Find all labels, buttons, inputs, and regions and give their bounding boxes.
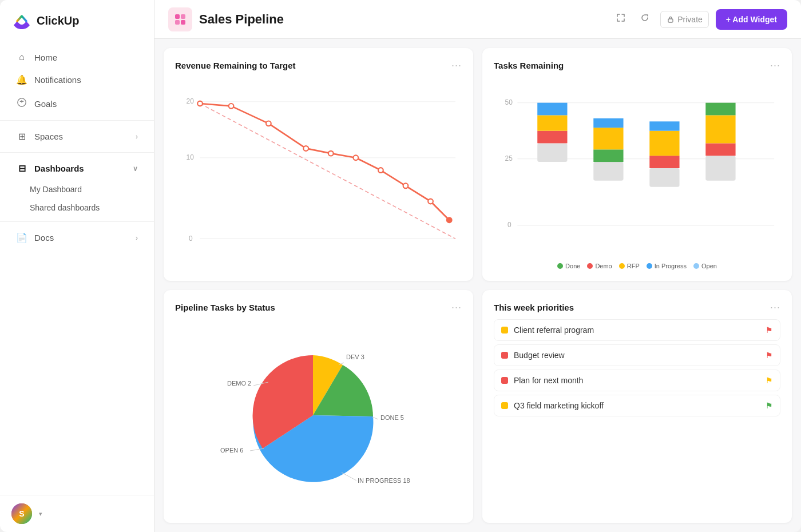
sidebar-item-label: Home: [34, 53, 57, 62]
private-label: Private: [677, 15, 703, 24]
widget-title: This week priorities: [494, 303, 574, 312]
priority-flag-icon: ⚑: [766, 351, 773, 360]
svg-point-22: [403, 183, 409, 188]
priority-dot: [501, 402, 508, 409]
svg-text:50: 50: [505, 98, 513, 106]
header-actions: Private + Add Widget: [612, 9, 787, 30]
rfp-dot: [619, 263, 625, 269]
sidebar-item-label: Docs: [34, 233, 54, 243]
sidebar-item-docs[interactable]: 📄 Docs ›: [5, 227, 149, 249]
sidebar-item-goals[interactable]: Goals: [5, 92, 149, 116]
open-dot: [693, 263, 699, 269]
pie-chart-container: DEV 3 DONE 5 IN PROGRESS 18 OPEN 6 DEMO …: [175, 319, 462, 511]
svg-rect-40: [649, 156, 679, 168]
add-widget-button[interactable]: + Add Widget: [716, 9, 787, 30]
sidebar-item-label: Spaces: [34, 132, 63, 141]
widget-menu-button[interactable]: ···: [770, 59, 780, 72]
svg-point-16: [229, 104, 234, 109]
sidebar-item-home[interactable]: ⌂ Home: [5, 46, 149, 68]
priority-flag-icon: ⚑: [766, 401, 773, 410]
svg-text:20: 20: [187, 97, 195, 105]
in-progress-label: IN PROGRESS 18: [358, 477, 410, 484]
sidebar-item-label: Goals: [34, 99, 57, 109]
done-label: DONE 5: [380, 414, 404, 421]
priority-item[interactable]: Budget review ⚑: [494, 344, 780, 366]
legend-rfp: RFP: [619, 263, 640, 269]
widget-pipeline-tasks: Pipeline Tasks by Status ···: [164, 290, 473, 523]
sidebar: ClickUp ⌂ Home 🔔 Notifications Goals ⊞ S…: [0, 0, 154, 532]
priority-item[interactable]: Client referral program ⚑: [494, 319, 780, 341]
bar-chart-area: 50 25 0: [494, 77, 780, 269]
revenue-line-chart: 20 10 0: [175, 77, 462, 269]
svg-line-49: [342, 473, 356, 481]
svg-rect-6: [181, 20, 185, 25]
svg-rect-42: [649, 121, 679, 130]
dashboard-grid-icon: [174, 13, 187, 26]
done-dot: [557, 263, 563, 269]
svg-rect-46: [705, 103, 735, 116]
legend-in-progress: In Progress: [647, 263, 687, 269]
svg-rect-35: [593, 162, 623, 181]
widget-menu-button[interactable]: ···: [770, 301, 780, 313]
svg-point-15: [197, 101, 203, 106]
revenue-chart-container: 20 10 0: [175, 77, 462, 269]
widget-header: This week priorities ···: [494, 301, 780, 313]
chevron-down-icon: ∨: [133, 165, 138, 173]
refresh-button[interactable]: [636, 9, 653, 29]
svg-line-48: [372, 417, 378, 419]
priority-item[interactable]: Plan for next month ⚑: [494, 370, 780, 391]
priority-item[interactable]: Q3 field marketing kickoff ⚑: [494, 395, 780, 416]
priority-label: Client referral program: [514, 325, 760, 335]
sidebar-item-notifications[interactable]: 🔔 Notifications: [5, 69, 149, 91]
svg-rect-34: [537, 103, 567, 116]
widget-header: Revenue Remaining to Target ···: [175, 59, 462, 72]
priority-label: Plan for next month: [514, 376, 760, 385]
bell-icon: 🔔: [16, 74, 27, 85]
svg-point-17: [266, 121, 271, 126]
page-header: Sales Pipeline Private + Add Widget: [154, 0, 801, 39]
svg-rect-44: [705, 143, 735, 156]
sidebar-item-label: Dashboards: [34, 164, 84, 173]
chevron-right-icon: ›: [136, 234, 138, 242]
svg-text:25: 25: [505, 154, 513, 162]
sidebar-item-shared-dashboards[interactable]: Shared dashboards: [0, 198, 154, 217]
svg-rect-43: [705, 156, 735, 181]
priority-list: Client referral program ⚑ Budget review …: [494, 319, 780, 511]
page-title: Sales Pipeline: [199, 12, 605, 27]
svg-rect-33: [537, 115, 567, 130]
widget-menu-button[interactable]: ···: [451, 59, 462, 72]
svg-rect-39: [649, 168, 679, 187]
private-badge[interactable]: Private: [660, 11, 709, 28]
svg-rect-45: [705, 115, 735, 143]
expand-button[interactable]: [612, 9, 629, 29]
legend-label: In Progress: [655, 263, 687, 269]
spaces-icon: ⊞: [16, 131, 27, 142]
chevron-right-icon: ›: [136, 133, 138, 141]
sidebar-navigation: ⌂ Home 🔔 Notifications Goals ⊞ Spaces › …: [0, 41, 154, 495]
svg-rect-32: [537, 131, 567, 144]
widget-menu-button[interactable]: ···: [451, 301, 462, 313]
svg-text:0: 0: [507, 221, 511, 229]
app-name: ClickUp: [37, 14, 79, 27]
sidebar-item-label: Notifications: [34, 75, 81, 85]
widget-header: Pipeline Tasks by Status ···: [175, 301, 462, 313]
clickup-logo-icon: [11, 10, 32, 31]
sidebar-item-my-dashboard[interactable]: My Dashboard: [0, 180, 154, 198]
docs-icon: 📄: [16, 232, 27, 243]
priority-flag-icon: ⚑: [766, 376, 773, 385]
sidebar-item-spaces[interactable]: ⊞ Spaces ›: [5, 125, 149, 148]
svg-rect-4: [181, 14, 185, 19]
lock-icon: [667, 15, 675, 23]
legend-done: Done: [557, 263, 580, 269]
demo-dot: [587, 263, 593, 269]
user-menu-chevron[interactable]: ▾: [39, 510, 42, 518]
user-avatar[interactable]: S: [11, 503, 32, 524]
tasks-bar-chart: 50 25 0: [494, 77, 780, 259]
demo-label: DEMO 2: [227, 380, 251, 387]
legend-label: Open: [701, 263, 717, 269]
sidebar-item-dashboards[interactable]: ⊟ Dashboards ∨: [5, 157, 149, 180]
svg-point-18: [303, 146, 308, 151]
widget-title: Pipeline Tasks by Status: [175, 303, 275, 312]
svg-point-24: [447, 217, 452, 223]
widget-title: Revenue Remaining to Target: [175, 61, 296, 70]
